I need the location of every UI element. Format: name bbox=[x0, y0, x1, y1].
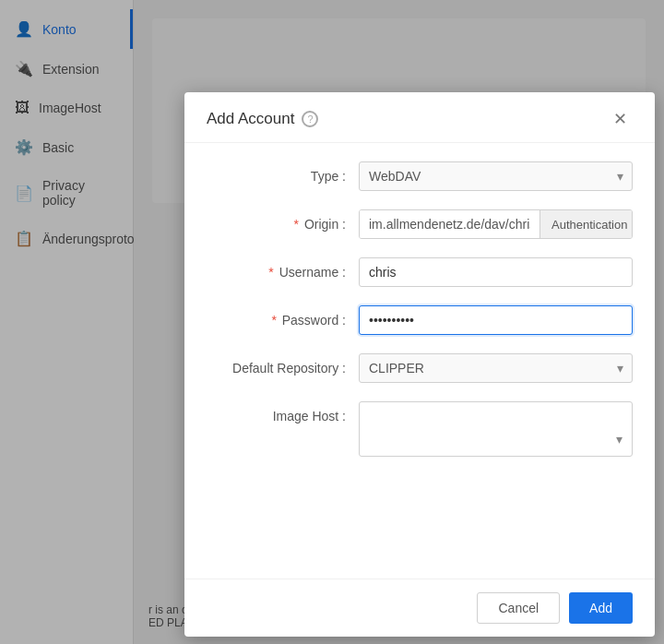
username-row: * Username : bbox=[207, 257, 633, 287]
modal-footer: Cancel Add bbox=[184, 578, 655, 637]
imagehost-select-wrapper[interactable] bbox=[359, 401, 633, 457]
modal-body: Type : WebDAV * Origin : Authentication bbox=[184, 143, 655, 578]
required-star: * bbox=[294, 217, 299, 232]
type-label: Type : bbox=[207, 169, 359, 184]
origin-label: * Origin : bbox=[207, 217, 359, 232]
repo-row: Default Repository : CLIPPER bbox=[207, 353, 633, 383]
add-account-modal: Add Account ? ✕ Type : WebDAV * Origin : bbox=[184, 92, 655, 637]
required-star-username: * bbox=[268, 265, 273, 280]
origin-input[interactable] bbox=[360, 210, 540, 238]
username-label: * Username : bbox=[207, 265, 359, 280]
modal-title-area: Add Account ? bbox=[207, 110, 318, 128]
type-select[interactable]: WebDAV bbox=[359, 161, 633, 191]
origin-row: * Origin : Authentication bbox=[207, 209, 633, 239]
add-button[interactable]: Add bbox=[569, 592, 633, 624]
type-select-wrapper[interactable]: WebDAV bbox=[359, 161, 633, 191]
imagehost-row: Image Host : bbox=[207, 401, 633, 457]
password-label: * Password : bbox=[207, 313, 359, 328]
help-icon[interactable]: ? bbox=[302, 111, 318, 127]
modal-overlay: Add Account ? ✕ Type : WebDAV * Origin : bbox=[0, 0, 664, 644]
required-star-password: * bbox=[271, 313, 276, 328]
username-input[interactable] bbox=[359, 257, 633, 287]
modal-header: Add Account ? ✕ bbox=[184, 92, 655, 143]
repo-select[interactable]: CLIPPER bbox=[359, 353, 633, 383]
close-button[interactable]: ✕ bbox=[608, 109, 633, 129]
password-input[interactable] bbox=[359, 305, 633, 335]
origin-field: Authentication bbox=[359, 209, 633, 239]
authentication-button[interactable]: Authentication bbox=[540, 210, 633, 238]
cancel-button[interactable]: Cancel bbox=[477, 592, 560, 624]
type-row: Type : WebDAV bbox=[207, 161, 633, 191]
repo-label: Default Repository : bbox=[207, 361, 359, 376]
password-row: * Password : bbox=[207, 305, 633, 335]
repo-select-wrapper[interactable]: CLIPPER bbox=[359, 353, 633, 383]
imagehost-label: Image Host : bbox=[207, 401, 359, 423]
modal-title: Add Account bbox=[207, 110, 294, 128]
